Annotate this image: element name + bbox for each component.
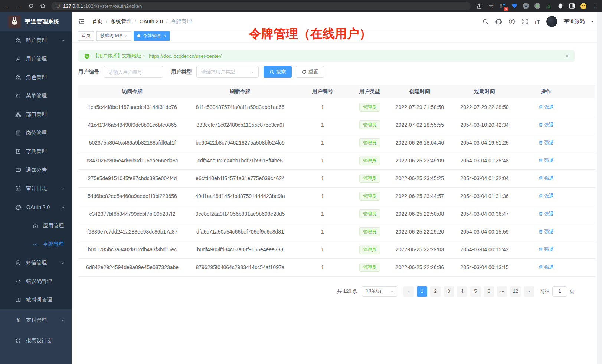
- cell-refresh-token: 8796295f04064c2983414cc54af1097a: [186, 258, 294, 276]
- force-logout-button[interactable]: 强退: [539, 264, 554, 271]
- doc-alert: 【用户体系】文档地址： https://doc.iocoder.cn/user-…: [78, 50, 575, 62]
- user-type-badge: 管理员: [359, 209, 380, 218]
- force-logout-button[interactable]: 强退: [539, 122, 554, 128]
- tab-token-active[interactable]: 令牌管理 ×: [134, 31, 170, 41]
- logo-row[interactable]: 芋道管理系统: [0, 12, 72, 31]
- address-bar[interactable]: ⓘ 127.0.0.1:1024/system/oauth2/token: [51, 2, 471, 10]
- sidebar-item-errcode[interactable]: 错误码管理: [0, 272, 72, 291]
- font-size-icon[interactable]: TT: [534, 19, 540, 24]
- help-icon[interactable]: ?: [508, 18, 515, 25]
- trash-icon: [539, 229, 543, 234]
- sidebar-item-role[interactable]: 角色管理: [0, 68, 72, 87]
- sidebar-item-pay[interactable]: ¥ 支付管理: [0, 310, 72, 330]
- force-logout-button[interactable]: 强退: [539, 246, 554, 253]
- close-icon[interactable]: ×: [125, 33, 128, 39]
- sidebar-item-menu[interactable]: 菜单管理: [0, 87, 72, 105]
- sidebar-subitem-oauth-token[interactable]: 令牌管理: [0, 235, 72, 254]
- reload-icon[interactable]: [27, 3, 34, 9]
- sidebar-item-report-designer[interactable]: 报表设计器: [0, 330, 72, 351]
- page-button-2[interactable]: 2: [430, 286, 441, 297]
- user-type-select[interactable]: 请选择用户类型: [196, 66, 259, 78]
- tab-home[interactable]: 首页: [78, 31, 94, 41]
- page-size-select[interactable]: 10条/页: [362, 286, 397, 297]
- force-logout-button[interactable]: 强退: [539, 104, 554, 110]
- breadcrumb-oauth[interactable]: OAuth 2.0: [140, 19, 163, 24]
- page-button-12[interactable]: 12: [510, 286, 521, 297]
- sidebar-item-tenant[interactable]: 租户管理: [0, 31, 72, 50]
- sidebar-item-dict[interactable]: 字典管理: [0, 142, 72, 161]
- page-button-6[interactable]: 6: [484, 286, 494, 297]
- reset-button[interactable]: 重置: [296, 66, 324, 78]
- cell-expires: 2054-03-04 00:36:47: [451, 205, 518, 223]
- sidebar-fold-icon[interactable]: [78, 18, 85, 25]
- sidebar-item-label: 错误码管理: [26, 278, 52, 285]
- force-logout-button[interactable]: 强退: [539, 139, 554, 146]
- star-extension-icon[interactable]: ☆: [546, 3, 552, 9]
- gem-icon[interactable]: [511, 3, 518, 9]
- force-logout-button[interactable]: 强退: [539, 193, 554, 199]
- sidebar-item-notice[interactable]: 通知公告: [0, 161, 72, 179]
- user-type-badge: 管理员: [359, 227, 380, 236]
- next-page-button[interactable]: ›: [524, 286, 534, 297]
- breadcrumb-current: 令牌管理: [171, 18, 192, 25]
- sidebar-item-user[interactable]: 用户管理: [0, 50, 72, 68]
- page-button-1[interactable]: 1: [417, 286, 427, 297]
- emoji-profile-icon[interactable]: [580, 3, 587, 9]
- github-icon[interactable]: [495, 18, 502, 25]
- sidebar-item-label: 审计日志: [26, 185, 47, 192]
- sidebar-panel-icon[interactable]: [569, 3, 575, 9]
- sidebar-item-post[interactable]: 岗位管理: [0, 124, 72, 142]
- page-scrollbar[interactable]: [597, 12, 602, 364]
- app-frame: 芋道管理系统 租户管理 用户管理 角色管理 菜单管理 部门管理: [0, 12, 602, 364]
- site-info-icon[interactable]: ⓘ: [56, 3, 60, 9]
- tab-sensitive-words[interactable]: 敏感词管理 ×: [96, 31, 131, 41]
- back-icon[interactable]: ←: [4, 3, 10, 9]
- fullscreen-icon[interactable]: [521, 18, 528, 25]
- command-circle-icon[interactable]: ⌘: [523, 3, 529, 9]
- search-button[interactable]: 搜索: [264, 66, 292, 78]
- force-logout-button[interactable]: 强退: [539, 157, 554, 164]
- table-header-row: 访问令牌 刷新令牌 用户编号 用户类型 创建时间 过期时间 操作: [78, 85, 595, 98]
- force-logout-button[interactable]: 强退: [539, 175, 554, 182]
- ext-blocks-icon[interactable]: 9: [500, 3, 506, 9]
- alert-close-icon[interactable]: ×: [566, 53, 569, 59]
- user-name[interactable]: 芋道源码: [564, 18, 585, 25]
- page-button-5[interactable]: 5: [470, 286, 481, 297]
- record-circle-icon[interactable]: [534, 3, 541, 9]
- browser-toolbar: ← → ⓘ 127.0.0.1:1024/system/oauth2/token…: [0, 0, 602, 12]
- page-button-3[interactable]: 3: [444, 286, 454, 297]
- forward-icon[interactable]: →: [16, 3, 22, 9]
- sidebar-item-dept[interactable]: 部门管理: [0, 105, 72, 124]
- force-logout-button[interactable]: 强退: [539, 211, 554, 217]
- code-icon: [15, 278, 21, 284]
- search-icon[interactable]: [482, 19, 489, 25]
- col-gutter: [575, 85, 595, 98]
- page-ellipsis[interactable]: •••: [497, 286, 507, 297]
- sidebar-item-oauth[interactable]: OAuth 2.0: [0, 198, 72, 216]
- page-jump-input[interactable]: [552, 286, 567, 297]
- bookmark-star-icon[interactable]: ☆: [488, 3, 494, 9]
- avatar[interactable]: [546, 16, 557, 27]
- cell-created: 2022-06-25 22:29:03: [388, 241, 451, 258]
- home-icon[interactable]: [39, 3, 46, 9]
- breadcrumb-system[interactable]: 系统管理: [111, 18, 131, 25]
- page-button-4[interactable]: 4: [457, 286, 467, 297]
- force-logout-button[interactable]: 强退: [539, 228, 554, 235]
- share-icon[interactable]: [476, 3, 482, 9]
- prev-page-button[interactable]: ‹: [403, 286, 414, 297]
- sidebar-item-audit[interactable]: 审计日志: [0, 179, 72, 198]
- caret-down-icon[interactable]: [591, 20, 595, 23]
- sidebar-subitem-oauth-app[interactable]: 应用管理: [0, 216, 72, 235]
- cell-actions: 强退: [518, 187, 575, 205]
- breadcrumb-home[interactable]: 首页: [92, 18, 102, 25]
- chevron-down-icon: [61, 318, 65, 322]
- alert-doc-link[interactable]: https://doc.iocoder.cn/user-center/: [149, 53, 222, 59]
- puzzle-extensions-icon[interactable]: [557, 3, 564, 9]
- kebab-menu-icon[interactable]: ⋮: [592, 3, 598, 9]
- close-icon[interactable]: ×: [163, 33, 166, 39]
- sidebar-item-sensitive-words[interactable]: 敏感词管理: [0, 291, 72, 309]
- user-id-input[interactable]: [104, 66, 163, 78]
- yen-icon: ¥: [15, 317, 21, 324]
- cell-access-token: c342377bf8b344799dcbf7bf095287f2: [78, 205, 186, 223]
- sidebar-item-sms[interactable]: 短信管理: [0, 254, 72, 272]
